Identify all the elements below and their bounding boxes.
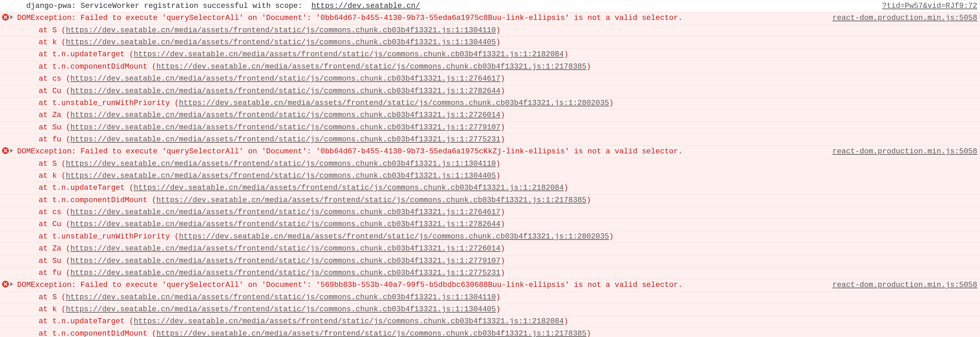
error-source-link[interactable]: react-dom.production.min.js:5058: [829, 280, 977, 290]
stack-frame-location-link[interactable]: https://dev.seatable.cn/media/assets/fro…: [70, 135, 500, 144]
stack-frame-row: at k (https://dev.seatable.cn/media/asse…: [0, 303, 980, 315]
stack-frame: at Za (https://dev.seatable.cn/media/ass…: [2, 110, 977, 120]
stack-frame-location-link[interactable]: https://dev.seatable.cn/media/assets/fro…: [70, 220, 500, 228]
stack-frame-paren: ): [564, 184, 568, 192]
stack-frame-paren: ): [586, 196, 591, 204]
stack-frame-function: at t.n.updateTarget (: [21, 50, 134, 59]
stack-frame-function: at k (: [21, 38, 66, 47]
stack-frame-paren: ): [500, 257, 505, 265]
stack-frame-location-link[interactable]: https://dev.seatable.cn/media/assets/fro…: [70, 208, 500, 217]
stack-frame-row: at fu (https://dev.seatable.cn/media/ass…: [0, 134, 980, 145]
stack-frame-row: at t.n.componentDidMount (https://dev.se…: [0, 61, 980, 73]
stack-frame-row: at Su (https://dev.seatable.cn/media/ass…: [0, 121, 980, 134]
stack-frame-location-link[interactable]: https://dev.seatable.cn/media/assets/fro…: [156, 329, 586, 337]
stack-frame-location-link[interactable]: https://dev.seatable.cn/media/assets/fro…: [66, 160, 496, 168]
stack-frame-paren: ): [500, 208, 505, 217]
stack-frame-row: at cs (https://dev.seatable.cn/media/ass…: [0, 206, 980, 218]
stack-frame-function: at t.n.updateTarget (: [21, 184, 134, 192]
console-error-row: DOMException: Failed to execute 'querySe…: [0, 12, 980, 24]
stack-frame-paren: ): [496, 293, 500, 302]
stack-frame-location-link[interactable]: https://dev.seatable.cn/media/assets/fro…: [156, 62, 586, 71]
stack-frame-location-link[interactable]: https://dev.seatable.cn/media/assets/fro…: [66, 38, 496, 47]
stack-frame-location-link[interactable]: https://dev.seatable.cn/media/assets/fro…: [66, 26, 496, 35]
gutter: [2, 280, 17, 287]
stack-frame-location-link[interactable]: https://dev.seatable.cn/media/assets/fro…: [70, 123, 500, 132]
stack-frame-paren: ): [500, 220, 505, 228]
error-headline: DOMException: Failed to execute 'querySe…: [17, 13, 829, 23]
stack-frame: at t.n.updateTarget (https://dev.seatabl…: [2, 183, 977, 193]
stack-frame-paren: ): [586, 329, 591, 337]
console-error-row: DOMException: Failed to execute 'querySe…: [0, 145, 980, 158]
stack-frame-row: at t.unstable_runWithPriority (https://d…: [0, 231, 980, 243]
stack-frame-paren: ): [500, 123, 505, 132]
console-panel: django-pwa: ServiceWorker registration s…: [0, 0, 980, 337]
expand-toggle-icon[interactable]: [10, 149, 13, 153]
error-icon: [2, 281, 9, 287]
stack-frame-location-link[interactable]: https://dev.seatable.cn/media/assets/fro…: [134, 184, 564, 192]
stack-frame-row: at k (https://dev.seatable.cn/media/asse…: [0, 170, 980, 182]
stack-frame-function: at Cu (: [21, 87, 70, 96]
stack-frame-function: at S (: [21, 160, 66, 168]
expand-toggle-icon[interactable]: [10, 282, 13, 286]
stack-frame: at fu (https://dev.seatable.cn/media/ass…: [2, 134, 977, 145]
stack-frame-function: at cs (: [21, 208, 70, 217]
stack-frame-location-link[interactable]: https://dev.seatable.cn/media/assets/fro…: [70, 244, 500, 253]
stack-frame-function: at Za (: [21, 244, 70, 253]
stack-frame: at t.n.componentDidMount (https://dev.se…: [2, 195, 977, 206]
stack-frame-function: at k (: [21, 305, 66, 314]
stack-frame-row: at t.unstable_runWithPriority (https://d…: [0, 97, 980, 109]
stack-frame-location-link[interactable]: https://dev.seatable.cn/media/assets/fro…: [70, 257, 500, 265]
stack-frame-location-link[interactable]: https://dev.seatable.cn/media/assets/fro…: [70, 269, 500, 277]
stack-frame-function: at t.n.componentDidMount (: [21, 196, 156, 204]
error-source-link[interactable]: react-dom.production.min.js:5058: [829, 147, 977, 157]
stack-frame-row: at S (https://dev.seatable.cn/media/asse…: [0, 291, 980, 303]
error-icon: [2, 147, 9, 154]
stack-frame-location-link[interactable]: https://dev.seatable.cn/media/assets/fro…: [156, 196, 586, 204]
stack-frame-function: at t.n.componentDidMount (: [21, 329, 156, 337]
stack-frame-function: at fu (: [21, 135, 70, 144]
stack-frame: at k (https://dev.seatable.cn/media/asse…: [2, 171, 977, 181]
error-icon: [2, 14, 9, 21]
stack-frame: at t.unstable_runWithPriority (https://d…: [2, 232, 977, 242]
stack-frame-function: at S (: [21, 26, 66, 35]
error-headline: DOMException: Failed to execute 'querySe…: [17, 147, 829, 157]
error-source-link[interactable]: react-dom.production.min.js:5058: [829, 13, 977, 23]
log-message: django-pwa: ServiceWorker registration s…: [17, 1, 878, 11]
stack-frame-function: at Su (: [21, 257, 70, 265]
error-headline: DOMException: Failed to execute 'querySe…: [17, 280, 829, 290]
stack-frame-row: at Cu (https://dev.seatable.cn/media/ass…: [0, 218, 980, 230]
stack-frame-row: at cs (https://dev.seatable.cn/media/ass…: [0, 73, 980, 85]
gutter: [2, 1, 17, 2]
stack-frame-function: at t.unstable_runWithPriority (: [21, 232, 179, 241]
log-scope-link[interactable]: https://dev.seatable.cn/: [311, 2, 420, 10]
stack-frame-location-link[interactable]: https://dev.seatable.cn/media/assets/fro…: [134, 50, 564, 59]
stack-frame-location-link[interactable]: https://dev.seatable.cn/media/assets/fro…: [179, 99, 609, 107]
stack-frame-location-link[interactable]: https://dev.seatable.cn/media/assets/fro…: [70, 87, 500, 96]
stack-frame-location-link[interactable]: https://dev.seatable.cn/media/assets/fro…: [70, 75, 500, 83]
stack-frame: at cs (https://dev.seatable.cn/media/ass…: [2, 207, 977, 217]
stack-frame: at t.n.componentDidMount (https://dev.se…: [2, 329, 977, 337]
stack-frame: at Za (https://dev.seatable.cn/media/ass…: [2, 244, 977, 254]
expand-toggle-icon[interactable]: [10, 15, 13, 19]
stack-frame-paren: ): [496, 172, 500, 180]
stack-frame: at Su (https://dev.seatable.cn/media/ass…: [2, 256, 977, 266]
stack-frame: at S (https://dev.seatable.cn/media/asse…: [2, 159, 977, 169]
stack-frame-row: at t.n.updateTarget (https://dev.seatabl…: [0, 315, 980, 327]
stack-frame-location-link[interactable]: https://dev.seatable.cn/media/assets/fro…: [66, 305, 496, 314]
stack-frame-location-link[interactable]: https://dev.seatable.cn/media/assets/fro…: [70, 111, 500, 120]
stack-frame: at Su (https://dev.seatable.cn/media/ass…: [2, 123, 977, 133]
stack-frame-location-link[interactable]: https://dev.seatable.cn/media/assets/fro…: [134, 317, 564, 326]
log-body: ServiceWorker registration successful wi…: [76, 2, 312, 10]
stack-frame-location-link[interactable]: https://dev.seatable.cn/media/assets/fro…: [66, 172, 496, 180]
stack-frame: at t.unstable_runWithPriority (https://d…: [2, 98, 977, 109]
stack-frame-function: at t.n.updateTarget (: [21, 317, 134, 326]
stack-frame-location-link[interactable]: https://dev.seatable.cn/media/assets/fro…: [179, 232, 609, 241]
stack-frame-location-link[interactable]: https://dev.seatable.cn/media/assets/fro…: [66, 293, 496, 302]
gutter: [2, 147, 17, 154]
stack-frame-row: at Su (https://dev.seatable.cn/media/ass…: [0, 255, 980, 267]
console-log-row: django-pwa: ServiceWorker registration s…: [0, 0, 980, 12]
stack-frame-function: at k (: [21, 172, 66, 180]
stack-frame-paren: ): [500, 135, 505, 144]
stack-frame-paren: ): [609, 232, 613, 241]
log-source-link[interactable]: ?tid=Pw57&vid=RJf9:72: [878, 1, 977, 11]
